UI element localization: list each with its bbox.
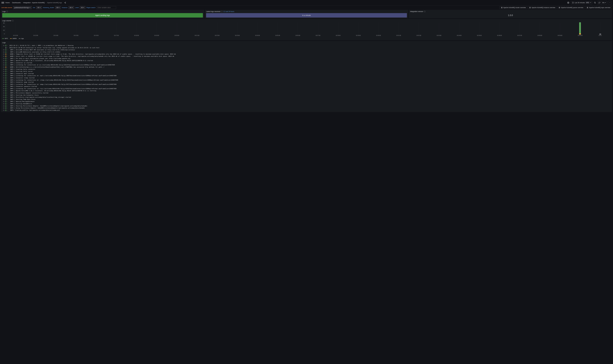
expand-chevron-icon[interactable]: ›	[7, 53, 8, 55]
dashboard-link[interactable]: Apache ActiveMQ queue overview	[557, 6, 585, 9]
log-row[interactable]: 2x› WARN | ServletContext@o.e.j.s.Servle…	[2, 66, 611, 68]
log-row[interactable]: 2x› INFO | Starting Temp Data Store	[2, 98, 611, 101]
log-row[interactable]: 2x› INFO | Starting Jetty server	[2, 70, 611, 73]
cluster-select[interactable]: All	[55, 6, 61, 9]
log-row[interactable]: 2x› WARN | Temporary Store limit is 5120…	[2, 53, 611, 55]
expand-chevron-icon[interactable]: ›	[7, 98, 8, 101]
breadcrumb-folder[interactable]: Integration - Apache ActiveMQ	[23, 2, 45, 3]
datasource-select[interactable]: grafanacloud-k3d-logs	[13, 6, 32, 9]
zoom-out-icon[interactable]	[593, 1, 597, 4]
log-row[interactable]: 2x› INFO | Starting KahaDBStore	[2, 103, 611, 105]
share-icon[interactable]	[63, 1, 67, 4]
expand-chevron-icon[interactable]: ›	[7, 101, 8, 103]
log-row[interactable]: 2x› INFO | Listening for connections at:…	[2, 79, 611, 81]
dashboard-icon	[559, 7, 560, 8]
expand-chevron-icon[interactable]: ›	[7, 44, 8, 47]
log-row[interactable]: 2x› INFO | Listening for connections at …	[2, 64, 611, 66]
expand-chevron-icon[interactable]: ›	[7, 57, 8, 60]
expand-chevron-icon[interactable]: ›	[7, 62, 8, 64]
expand-chevron-icon[interactable]: ›	[7, 90, 8, 92]
expand-chevron-icon[interactable]: ›	[7, 66, 8, 68]
log-row[interactable]: 2x› INFO | Apache ActiveMQ 5.18.2 (local…	[2, 60, 611, 62]
log-row[interactable]: 2x› INFO: Creating pidfile /opt/apache-a…	[2, 109, 611, 111]
info-icon[interactable]: i	[221, 11, 223, 12]
instance-select[interactable]: All	[68, 6, 74, 9]
chart-bar[interactable]	[579, 22, 581, 35]
log-row[interactable]: 2x› INFO | Opening MessageDatabase	[2, 101, 611, 103]
expand-chevron-icon[interactable]: ›	[7, 79, 8, 81]
expand-chevron-icon[interactable]: ›	[7, 47, 8, 49]
log-row[interactable]: 2x› INFO | Connector stomp started	[2, 77, 611, 79]
logs-volume-chart[interactable]: 6040200 18:12:0018:13:0018:14:0018:15:00…	[2, 22, 611, 37]
expand-chevron-icon[interactable]: ›	[7, 83, 8, 86]
log-row[interactable]: 2x› INFO | Connector mqtt started	[2, 73, 611, 75]
expand-chevron-icon[interactable]: ›	[7, 51, 8, 53]
breadcrumb-home[interactable]: Home	[5, 2, 10, 3]
legend-item[interactable]: WARN	[10, 38, 16, 39]
log-row[interactable]: 2x› INFO | Apache ActiveMQ 5.18.2 (local…	[2, 90, 611, 92]
log-row[interactable]: 2x› INFO | Connector amqp started	[2, 81, 611, 83]
log-row[interactable]: 2x› INFO | PListStore:[/opt/apache-activ…	[2, 96, 611, 98]
log-row[interactable]: 2x› INFO | ActiveMQ WebConsole available…	[2, 51, 611, 53]
log-row[interactable]: 2x› INFO | For help or more information …	[2, 57, 611, 60]
expand-chevron-icon[interactable]: ›	[7, 75, 8, 77]
info-icon[interactable]: i	[424, 11, 426, 12]
log-row[interactable]: 2x› INFO | Connector ws started	[2, 62, 611, 64]
dashboard-link[interactable]: Apache ActiveMQ instance overview	[528, 6, 557, 9]
expand-chevron-icon[interactable]: ›	[7, 49, 8, 51]
time-range-picker[interactable]: Last 30 minutes UTC	[571, 1, 592, 4]
log-row[interactable]: 2x› INFO | Listening for connections at:…	[2, 88, 611, 90]
expand-chevron-icon[interactable]: ›	[7, 103, 8, 105]
info-icon[interactable]: i	[6, 11, 8, 12]
expand-chevron-icon[interactable]: ›	[7, 94, 8, 96]
info-icon[interactable]: i	[12, 20, 13, 21]
log-row[interactable]: 2x›2023-10-13 | 18:40:19.711 | main | IN…	[2, 44, 611, 47]
x-tick: 18:32:00	[409, 35, 429, 37]
expand-chevron-icon[interactable]: ›	[7, 85, 8, 88]
breadcrumb-dashboards[interactable]: Dashboards	[12, 2, 21, 3]
log-row[interactable]: 2x› INFO | Listening for connections at:…	[2, 83, 611, 86]
log-row[interactable]: 2x› INFO | Starting Persistence Adapter:…	[2, 105, 611, 107]
expand-chevron-icon[interactable]: ›	[7, 73, 8, 75]
expand-chevron-icon[interactable]: ›	[7, 92, 8, 94]
expand-chevron-icon[interactable]: ›	[7, 77, 8, 79]
level-select[interactable]: All	[80, 6, 85, 9]
log-level-indicator	[6, 84, 6, 85]
expand-chevron-icon[interactable]: ›	[7, 60, 8, 62]
collapse-button[interactable]	[608, 1, 612, 4]
log-row[interactable]: 2x› INFO | Creating Jetty connector	[2, 68, 611, 70]
menu-toggle[interactable]	[1, 1, 4, 4]
settings-icon[interactable]	[567, 1, 570, 4]
expand-chevron-icon[interactable]: ›	[7, 64, 8, 66]
regex-input[interactable]	[96, 6, 116, 9]
panel-title: Integration version	[410, 11, 423, 12]
chart-bar[interactable]	[600, 34, 601, 35]
refresh-interval-select[interactable]: 30s	[601, 1, 607, 4]
expand-chevron-icon[interactable]: ›	[7, 81, 8, 83]
dashboard-link[interactable]: Apache ActiveMQ topic overview	[586, 6, 612, 9]
legend-item[interactable]: INFO	[2, 38, 8, 39]
legend-item[interactable]: logs	[19, 38, 24, 39]
expand-chevron-icon[interactable]: ›	[7, 55, 8, 57]
expand-chevron-icon[interactable]: ›	[7, 109, 8, 111]
expand-chevron-icon[interactable]: ›	[7, 68, 8, 70]
expand-chevron-icon[interactable]: ›	[7, 88, 8, 90]
log-row[interactable]: 2x› INFO | ActiveMQ Jolokia REST API ava…	[2, 49, 611, 51]
log-row[interactable]: ›2023/10/13 18:40:18 Connection to serve…	[2, 47, 611, 49]
log-row[interactable]: 2x› INFO | Starting Job Scheduler Store	[2, 94, 611, 96]
refresh-button[interactable]	[598, 1, 601, 4]
last-24h-link[interactable]: Last 24 hours	[223, 11, 234, 12]
log-row[interactable]: 2x› INFO | Connector openwire started	[2, 85, 611, 88]
expand-chevron-icon[interactable]: ›	[7, 70, 8, 73]
expand-chevron-icon[interactable]: ›	[7, 96, 8, 98]
job-select[interactable]: All	[36, 6, 42, 9]
expand-chevron-icon[interactable]: ›	[7, 107, 8, 109]
log-row[interactable]: 2x› INFO | Listening for connections at:…	[2, 75, 611, 77]
log-row[interactable]: 2x› INFO | Using Persistence Adapter: Ka…	[2, 107, 611, 109]
log-row[interactable]: 2x› WARN | Store limit is 102400 mb (cur…	[2, 55, 611, 57]
log-row[interactable]: 2x› INFO | Persistence Adapter successfu…	[2, 92, 611, 94]
log-level-indicator	[6, 81, 6, 83]
dashboard-link[interactable]: Apache ActiveMQ cluster overview	[500, 6, 527, 9]
expand-chevron-icon[interactable]: ›	[7, 105, 8, 107]
log-message: INFO | Listening for connections at: amq…	[9, 83, 611, 86]
